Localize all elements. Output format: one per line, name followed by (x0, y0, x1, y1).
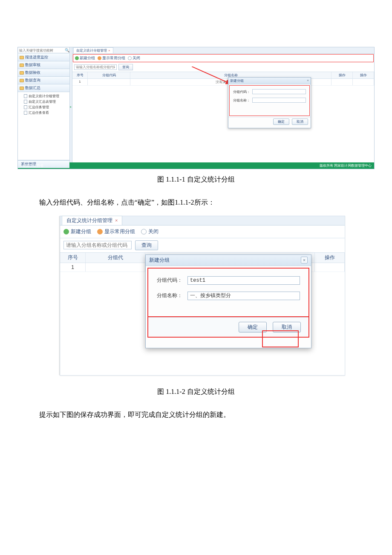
close-icon (141, 229, 147, 234)
group-name-input[interactable] (252, 98, 306, 103)
tree-label: 汇总任务查看 (29, 110, 49, 116)
group-code-input[interactable] (187, 276, 300, 285)
cell (353, 79, 374, 85)
sidebar: 🔍 报送进度监控 数据审核 数据验收 数据查询 数据汇总 自定义统计分组管理 自… (18, 47, 70, 162)
screenshot-2: 自定义统计分组管理 × 新建分组 显示常用分组 关闭 查询 序号 分组代 操作 … (60, 216, 345, 376)
code-label: 分组代码： (157, 277, 182, 284)
filter-input[interactable] (63, 241, 132, 249)
cell (315, 263, 345, 272)
tab-label: 自定义统计分组管理 (66, 217, 112, 224)
cell (86, 263, 145, 272)
search-icon[interactable]: 🔍 (64, 48, 70, 52)
body-paragraph-1: 输入分组代码、分组名称，点击“确定”，如图1.1.1-2所示： (26, 197, 366, 208)
show-common-button[interactable]: 显示常用分组 (98, 55, 125, 61)
dialog-title: 新建分组 (149, 257, 170, 264)
filter-input[interactable] (74, 64, 117, 70)
tree-item[interactable]: 自定义统计分组管理 (24, 93, 68, 99)
dialog-buttons: 确定 取消 (228, 117, 311, 126)
tree-label: 汇总任务管理 (29, 104, 49, 110)
sidebar-item[interactable]: 数据验收 (18, 69, 69, 77)
nav-label: 报送进度监控 (25, 55, 48, 60)
col-header: 操作 (331, 72, 353, 78)
tab-label: 自定义统计分组管理 (76, 48, 107, 53)
doc-icon (24, 100, 27, 104)
query-button[interactable]: 查询 (118, 64, 133, 70)
close-icon[interactable]: × (108, 49, 110, 52)
figure-caption-2: 图 1.1.1-2 自定义统计分组 (0, 387, 392, 396)
btn-label: 关闭 (148, 228, 159, 235)
new-group-button[interactable]: 新建分组 (63, 228, 91, 235)
doc-icon (24, 94, 27, 98)
cell-idx: 1 (60, 263, 86, 272)
col-header: 分组代 (86, 253, 145, 263)
show-common-button[interactable]: 显示常用分组 (97, 228, 135, 235)
dialog-title: 新建分组 (230, 78, 244, 83)
folder-icon (20, 87, 24, 90)
btn-label: 显示常用分组 (102, 55, 125, 61)
ok-button[interactable]: 确定 (273, 119, 289, 125)
dialog-buttons-highlighted: 确定 取消 (147, 317, 309, 338)
status-left: 您好！江西省 (23, 164, 43, 168)
name-label: 分组名称： (233, 98, 250, 103)
tab-active[interactable]: 自定义统计分组管理 × (73, 47, 113, 53)
grid-row: 1 没有满足条件的记录 (72, 79, 374, 86)
sidebar-item[interactable]: 数据查询 (18, 77, 69, 84)
body-paragraph-2: 提示如下图的保存成功界面，即可完成自定义统计分组的新建。 (26, 409, 366, 420)
new-group-dialog: 新建分组 × 分组代码： 分组名称： 确定 取消 (228, 77, 311, 128)
nav-label: 数据审核 (25, 62, 40, 68)
toolbar: 新建分组 显示常用分组 关闭 (60, 225, 345, 238)
sidebar-item[interactable]: 数据汇总 (18, 84, 69, 92)
status-right: 版权所有 国家统计局数据管理中心 (320, 163, 372, 168)
col-header: 操作 (315, 253, 345, 263)
figure-caption-1: 图 1.1.1-1 自定义统计分组 (0, 175, 392, 184)
folder-icon (20, 56, 24, 59)
close-icon[interactable]: × (115, 218, 118, 223)
close-icon[interactable]: × (307, 78, 309, 83)
shadow (58, 216, 60, 375)
btn-label: 新建分组 (80, 55, 95, 61)
col-header: 序号 (72, 72, 88, 78)
tree-item[interactable]: 汇总任务查看 (24, 110, 68, 116)
new-group-button[interactable]: 新建分组 (75, 55, 95, 61)
group-name-input[interactable] (187, 292, 300, 300)
close-icon (128, 56, 132, 60)
folder-icon (20, 79, 24, 82)
sidebar-item[interactable]: 报送进度监控 (18, 54, 69, 61)
filter-bar: 查询 (72, 63, 374, 72)
dialog-titlebar[interactable]: 新建分组 × (146, 255, 311, 266)
cell (88, 79, 130, 85)
group-code-input[interactable] (252, 89, 306, 94)
col-header: 操作 (353, 72, 374, 78)
btn-label: 新建分组 (71, 228, 91, 235)
col-header: 分组代码 (88, 72, 130, 78)
main-panel: 自定义统计分组管理 × 新建分组 显示常用分组 关闭 查询 序号 分组代码 分组… (72, 47, 374, 162)
sidebar-search-input[interactable] (19, 49, 64, 52)
tree-label: 自定义统计分组管理 (29, 93, 59, 99)
folder-icon (20, 64, 24, 67)
dialog-body-highlighted: 分组代码： 分组名称： (147, 268, 309, 317)
query-button[interactable]: 查询 (135, 240, 158, 250)
status-dot-icon: • (20, 164, 22, 168)
dialog-titlebar[interactable]: 新建分组 × (228, 78, 311, 84)
cancel-button[interactable]: 取消 (273, 322, 301, 332)
sidebar-item[interactable]: 数据审核 (18, 61, 69, 69)
nav-label: 数据验收 (25, 70, 40, 75)
doc-icon (24, 111, 27, 115)
toolbar-highlighted: 新建分组 显示常用分组 关闭 (73, 54, 374, 62)
sidebar-tree: 自定义统计分组管理 自定义汇总表管理 汇总任务管理 汇总任务查看 (18, 92, 69, 160)
ok-button[interactable]: 确定 (239, 322, 267, 332)
cell (331, 79, 353, 85)
close-icon[interactable]: × (301, 257, 308, 263)
add-icon (63, 229, 69, 234)
tree-item[interactable]: 自定义汇总表管理 (24, 99, 68, 104)
tab-active[interactable]: 自定义统计分组管理 × (62, 216, 122, 225)
code-label: 分组代码： (233, 90, 250, 94)
sidebar-search[interactable]: 🔍 (18, 48, 69, 53)
doc-icon (24, 105, 27, 109)
filter-bar: 查询 (60, 238, 345, 253)
close-button[interactable]: 关闭 (128, 55, 140, 61)
tree-item[interactable]: 汇总任务管理 (24, 104, 68, 110)
close-button[interactable]: 关闭 (141, 228, 159, 235)
tabbar: 自定义统计分组管理 × (60, 216, 345, 225)
cancel-button[interactable]: 取消 (292, 119, 308, 125)
